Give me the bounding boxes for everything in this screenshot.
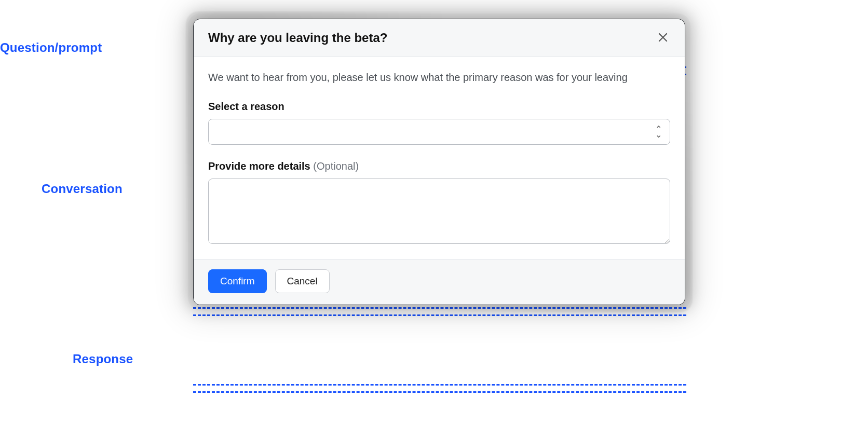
section-divider (193, 307, 686, 309)
details-label: Provide more details (Optional) (208, 160, 670, 172)
reason-select-wrap: ⌃⌄ (208, 119, 670, 145)
feedback-dialog: Why are you leaving the beta? We want to… (193, 19, 685, 305)
reason-select[interactable] (208, 119, 670, 145)
cancel-button[interactable]: Cancel (275, 269, 330, 293)
annotation-question-prompt: Question/prompt (0, 40, 102, 55)
confirm-button[interactable]: Confirm (208, 269, 267, 293)
dialog-body: We want to hear from you, please let us … (194, 57, 685, 259)
close-button[interactable] (656, 31, 670, 45)
dialog-footer: Confirm Cancel (194, 259, 685, 305)
reason-label: Select a reason (208, 101, 670, 113)
details-label-main: Provide more details (208, 160, 310, 172)
dialog-header: Why are you leaving the beta? (194, 19, 685, 57)
close-icon (658, 32, 668, 44)
dialog-intro-text: We want to hear from you, please let us … (208, 70, 670, 85)
dialog-title: Why are you leaving the beta? (208, 31, 387, 45)
annotation-conversation: Conversation (42, 182, 123, 196)
details-label-optional: (Optional) (313, 160, 359, 172)
details-textarea[interactable] (208, 179, 670, 244)
section-divider (193, 314, 686, 316)
section-divider (193, 391, 686, 393)
section-divider (193, 384, 686, 386)
annotation-response: Response (73, 352, 133, 366)
